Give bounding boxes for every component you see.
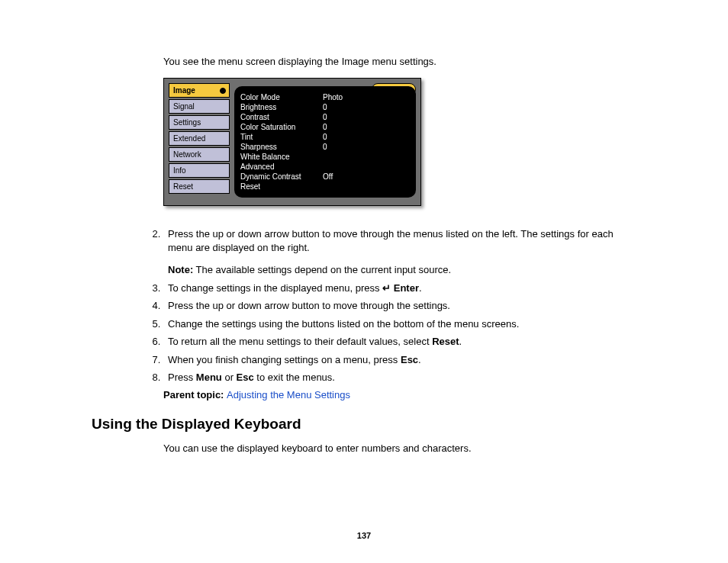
setting-label: Tint <box>240 132 323 142</box>
setting-value: 0 <box>323 102 327 112</box>
setting-row[interactable]: Contrast0 <box>240 112 410 122</box>
setting-label: Dynamic Contrast <box>240 172 323 182</box>
setting-label: Reset <box>240 182 323 191</box>
menu-panel: Return Color ModePhoto Brightness0 Contr… <box>234 83 416 198</box>
menu-tab-label: Network <box>173 147 201 162</box>
setting-value: 0 <box>323 122 327 132</box>
menu-tab-label: Extended <box>173 131 205 146</box>
step-text: To return all the menu settings to their… <box>168 336 432 347</box>
menu-tab-settings[interactable]: Settings <box>169 115 230 130</box>
step-text: Press <box>168 372 196 383</box>
setting-row[interactable]: Brightness0 <box>240 102 410 112</box>
menu-tab-signal[interactable]: Signal <box>169 99 230 114</box>
step-4: Press the up or down arrow button to mov… <box>163 299 636 313</box>
menu-body: Image Signal Settings Extended Network I… <box>169 83 416 198</box>
setting-value: Photo <box>323 92 343 102</box>
setting-row[interactable]: Reset <box>240 182 410 191</box>
setting-row[interactable]: Dynamic ContrastOff <box>240 172 410 182</box>
menu-tab-label: Reset <box>173 179 193 194</box>
note-block: Note: The available settings depend on t… <box>168 263 636 277</box>
step-text: . <box>459 336 462 347</box>
setting-row[interactable]: Color Saturation0 <box>240 122 410 132</box>
setting-row[interactable]: Sharpness0 <box>240 142 410 152</box>
setting-value: Off <box>323 172 333 182</box>
setting-label: Contrast <box>240 112 323 122</box>
parent-topic-row: Parent topic: Adjusting the Menu Setting… <box>163 389 636 401</box>
step-text: . <box>418 354 421 365</box>
menu-tab-info[interactable]: Info <box>169 163 230 178</box>
step-3: To change settings in the displayed menu… <box>163 282 636 295</box>
setting-row[interactable]: Color ModePhoto <box>240 92 410 102</box>
step-7: When you finish changing settings on a m… <box>163 353 636 367</box>
enter-arrow-icon: ↵ <box>382 282 391 294</box>
menu-tab-label: Signal <box>173 99 195 114</box>
page-number: 137 <box>0 531 728 540</box>
setting-label: Brightness <box>240 102 323 112</box>
step-text: To change settings in the displayed menu… <box>168 282 382 294</box>
step-text: to exit the menus. <box>254 372 335 383</box>
parent-topic-link[interactable]: Adjusting the Menu Settings <box>227 389 350 401</box>
intro-text: You see the menu screen displaying the I… <box>163 56 636 67</box>
page: You see the menu screen displaying the I… <box>0 0 728 563</box>
step-text: . <box>419 282 422 294</box>
note-label: Note: <box>168 264 193 275</box>
note-text: The available settings depend on the cur… <box>193 264 451 275</box>
menu-tab-extended[interactable]: Extended <box>169 131 230 146</box>
menu-tabs: Image Signal Settings Extended Network I… <box>169 83 230 198</box>
esc-label: Esc <box>401 354 418 365</box>
section-intro: You can use the displayed keyboard to en… <box>163 442 636 454</box>
setting-label: Color Mode <box>240 92 323 102</box>
setting-value: 0 <box>323 132 327 142</box>
menu-tab-image[interactable]: Image <box>169 83 230 98</box>
step-text: Change the settings using the buttons li… <box>168 318 519 330</box>
setting-row[interactable]: Advanced <box>240 162 410 172</box>
steps-wrapper: Press the up or down arrow button to mov… <box>148 227 636 384</box>
content-column: You see the menu screen displaying the I… <box>163 56 636 454</box>
projector-menu-figure: Image Signal Settings Extended Network I… <box>163 78 421 206</box>
menu-tab-label: Image <box>173 83 195 98</box>
setting-label: Color Saturation <box>240 122 323 132</box>
settings-box: Color ModePhoto Brightness0 Contrast0 Co… <box>234 86 416 198</box>
menu-tab-reset[interactable]: Reset <box>169 179 230 194</box>
setting-value: 0 <box>323 112 327 122</box>
menu-tab-network[interactable]: Network <box>169 147 230 162</box>
step-2: Press the up or down arrow button to mov… <box>163 227 636 277</box>
enter-dot-icon <box>220 88 226 94</box>
setting-label: Advanced <box>240 162 323 172</box>
step-text: When you finish changing settings on a m… <box>168 354 401 365</box>
setting-row[interactable]: White Balance <box>240 152 410 162</box>
step-text: Press the up or down arrow button to mov… <box>168 228 614 253</box>
setting-row[interactable]: Tint0 <box>240 132 410 142</box>
setting-label: White Balance <box>240 152 323 162</box>
step-6: To return all the menu settings to their… <box>163 335 636 349</box>
step-text: Press the up or down arrow button to mov… <box>168 300 450 311</box>
menu-label: Menu <box>196 372 222 383</box>
step-5: Change the settings using the buttons li… <box>163 317 636 331</box>
menu-tab-label: Info <box>173 163 186 178</box>
step-8: Press Menu or Esc to exit the menus. <box>163 371 636 384</box>
menu-tab-label: Settings <box>173 115 201 130</box>
reset-label: Reset <box>432 336 459 347</box>
setting-value: 0 <box>323 142 327 152</box>
step-text: or <box>222 372 237 383</box>
esc-label: Esc <box>237 372 254 383</box>
enter-label: Enter <box>391 282 419 294</box>
parent-topic-label: Parent topic: <box>163 389 227 401</box>
setting-label: Sharpness <box>240 142 323 152</box>
steps-list: Press the up or down arrow button to mov… <box>148 227 636 384</box>
section-heading: Using the Displayed Keyboard <box>92 416 636 433</box>
